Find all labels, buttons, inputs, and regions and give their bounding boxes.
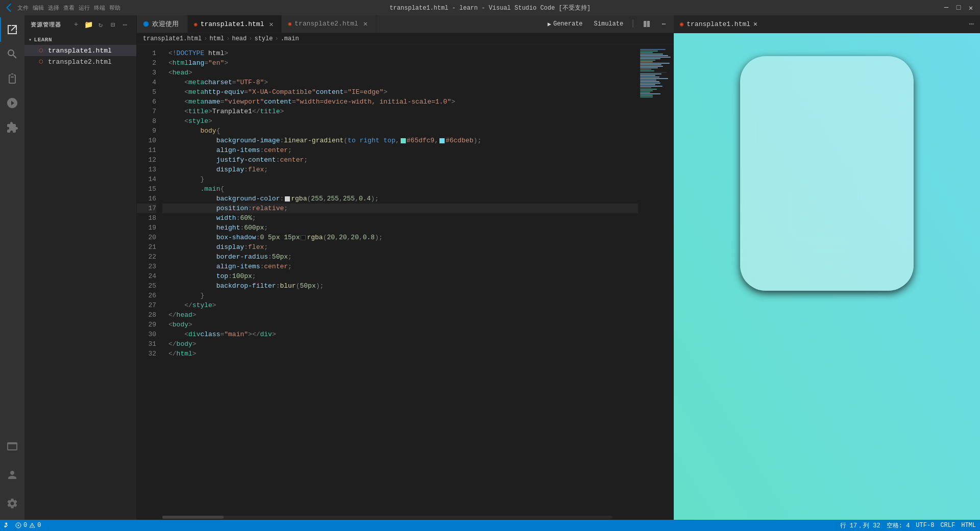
tab-list: 欢迎使用 ◉ transplate1.html ✕ ◉ transplate2.… [137, 15, 540, 33]
menu-terminal[interactable]: 终端 [94, 4, 105, 12]
status-bar: 0 0 行 17，列 32 空格: 4 UTF-8 CRLF HTML [0, 520, 980, 531]
title-bar: 文件 编辑 选择 查看 运行 终端 帮助 transplate1.html - … [0, 0, 980, 15]
activity-item-remote[interactable] [0, 434, 24, 459]
breadcrumb-style[interactable]: style [254, 35, 273, 42]
menu-view[interactable]: 查看 [63, 4, 75, 12]
minimize-button[interactable]: ─ [942, 4, 950, 12]
status-spaces[interactable]: 空格: 4 [887, 521, 910, 530]
file-name-transplate2: transplate2.html [48, 58, 112, 66]
breadcrumb-sep3: › [249, 35, 252, 42]
new-file-button[interactable]: + [71, 19, 81, 30]
horizontal-scrollbar[interactable] [137, 515, 638, 520]
scrollbar-track[interactable] [162, 516, 612, 519]
status-line-ending[interactable]: CRLF [940, 522, 955, 529]
status-errors[interactable]: 0 0 [15, 522, 41, 529]
tab-transplate2[interactable]: ◉ transplate2.html ✕ [282, 15, 376, 33]
preview-tab-icon: ◉ [680, 20, 683, 28]
file-item-transplate2[interactable]: ⬡ transplate2.html [24, 56, 136, 67]
activity-item-run[interactable] [0, 91, 24, 115]
code-area[interactable]: 12345 678910 1112131415 1617181920 21222… [137, 44, 638, 520]
preview-tab[interactable]: ◉ transplate1.html ✕ [680, 20, 757, 28]
refresh-button[interactable]: ↻ [95, 19, 106, 30]
spaces-label: 空格: 4 [887, 521, 910, 530]
editor-toolbar: ▶ Generate Simulate | ⋯ [540, 15, 674, 33]
status-branch[interactable] [4, 522, 11, 529]
warning-icon [29, 522, 35, 528]
activity-item-explorer[interactable] [0, 17, 24, 42]
file-name-transplate1: transplate1.html [48, 47, 112, 55]
error-icon [15, 522, 21, 528]
branch-icon [4, 522, 11, 529]
code-editor-container: 12345 678910 1112131415 1617181920 21222… [137, 44, 674, 520]
breadcrumb-html[interactable]: html [209, 35, 224, 42]
code-line-22: border-radius: 50px; [162, 252, 638, 262]
preview-tab-label: transplate1.html [687, 20, 750, 28]
code-content[interactable]: <!DOCTYPE html> <html lang="en"> <head> … [162, 44, 638, 515]
activity-item-account[interactable] [0, 463, 24, 487]
line-col-label: 行 17，列 32 [840, 521, 880, 530]
menu-run[interactable]: 运行 [79, 4, 90, 12]
activity-item-settings[interactable] [0, 491, 24, 516]
collapse-button[interactable]: ⊟ [108, 19, 118, 30]
tab-close-transplate1[interactable]: ✕ [267, 20, 275, 28]
chevron-icon: ▾ [29, 37, 32, 43]
close-button[interactable]: ✕ [967, 4, 975, 12]
tab-close-transplate2[interactable]: ✕ [361, 20, 370, 28]
code-line-17: position: relative; [162, 204, 638, 213]
html-tab-icon: ◉ [194, 21, 198, 28]
status-language[interactable]: HTML [961, 522, 976, 529]
code-line-7: <title>Tranplate1</title> [162, 107, 638, 116]
code-line-28: </head> [162, 310, 638, 320]
line-ending-label: CRLF [940, 522, 955, 529]
tab-label-transplate1: transplate1.html [201, 20, 264, 28]
html-file-icon: ⬡ [37, 46, 45, 55]
file-section: ▾ LEARN ⬡ transplate1.html ⬡ transplate2… [24, 34, 136, 68]
line-numbers: 12345 678910 1112131415 1617181920 21222… [137, 44, 162, 515]
activity-bar [0, 15, 24, 520]
preview-card [740, 56, 914, 291]
new-folder-button[interactable]: 📁 [83, 19, 93, 30]
split-editor-button[interactable] [639, 19, 655, 29]
file-item-transplate1[interactable]: ⬡ transplate1.html [24, 45, 136, 56]
preview-close-icon[interactable]: ✕ [753, 20, 757, 28]
status-encoding[interactable]: UTF-8 [916, 522, 934, 529]
simulate-button[interactable]: Simulate [590, 19, 628, 29]
preview-panel: ◉ transplate1.html ✕ ⋯ [674, 15, 980, 520]
section-header[interactable]: ▾ LEARN [24, 35, 136, 45]
more-editor-button[interactable]: ⋯ [658, 19, 670, 29]
app-body: 资源管理器 + 📁 ↻ ⊟ ⋯ ▾ LEARN ⬡ transplate1.ht… [0, 15, 980, 520]
language-label: HTML [961, 522, 976, 529]
tab-transplate1[interactable]: ◉ transplate1.html ✕ [188, 15, 282, 33]
preview-more-icon[interactable]: ⋯ [969, 19, 974, 29]
sidebar-header: 资源管理器 + 📁 ↻ ⊟ ⋯ [24, 15, 136, 34]
error-count: 0 [23, 522, 27, 529]
activity-item-search[interactable] [0, 42, 24, 66]
code-line-19: height: 600px; [162, 223, 638, 233]
warning-count: 0 [37, 522, 41, 529]
code-line-5: <meta http-equiv="X-UA-Compatible" conte… [162, 87, 638, 97]
split-icon [643, 20, 651, 28]
breadcrumb-head[interactable]: head [232, 35, 247, 42]
section-title: LEARN [34, 37, 53, 43]
more-icon: ⋯ [662, 20, 666, 28]
menu-file[interactable]: 文件 [17, 4, 29, 12]
code-line-20: box-shadow: 0 5px 15px rgba(20, 20, 20, … [162, 233, 638, 242]
editor-area: 欢迎使用 ◉ transplate1.html ✕ ◉ transplate2.… [137, 15, 674, 520]
maximize-button[interactable]: □ [954, 4, 963, 12]
activity-item-extensions[interactable] [0, 115, 24, 140]
more-actions-button[interactable]: ⋯ [120, 19, 130, 30]
breadcrumb-main[interactable]: .main [281, 35, 299, 42]
activity-item-source-control[interactable] [0, 66, 24, 91]
generate-button[interactable]: ▶ Generate [544, 19, 587, 29]
status-line-col[interactable]: 行 17，列 32 [840, 521, 880, 530]
breadcrumb-file[interactable]: transplate1.html [143, 35, 202, 42]
play-icon: ▶ [548, 20, 551, 28]
generate-label: Generate [553, 20, 583, 28]
code-line-14: } [162, 174, 638, 184]
menu-help[interactable]: 帮助 [109, 4, 120, 12]
scrollbar-thumb[interactable] [162, 516, 224, 519]
menu-edit[interactable]: 编辑 [33, 4, 44, 12]
tab-welcome[interactable]: 欢迎使用 [137, 15, 188, 33]
breadcrumb: transplate1.html › html › head › style ›… [137, 33, 674, 44]
menu-select[interactable]: 选择 [48, 4, 59, 12]
